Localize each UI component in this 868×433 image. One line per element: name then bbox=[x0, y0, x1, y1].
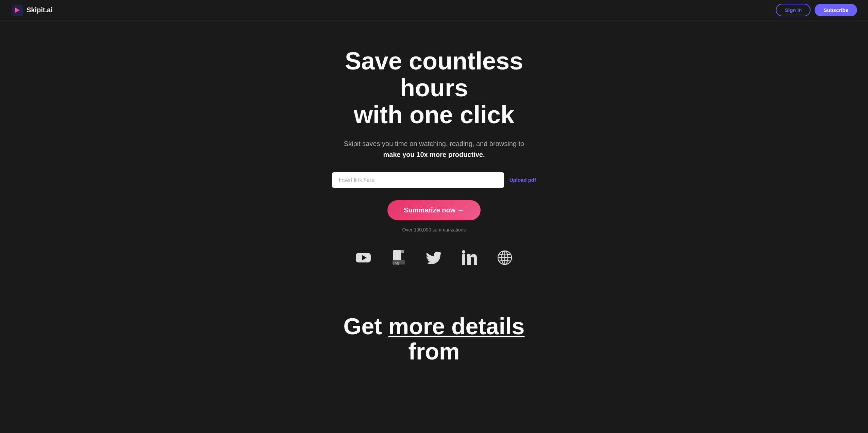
input-row: Upload pdf bbox=[332, 172, 536, 188]
upload-pdf-link[interactable]: Upload pdf bbox=[510, 177, 536, 183]
web-icon bbox=[497, 250, 513, 266]
subscribe-button[interactable]: Subscribe bbox=[815, 4, 857, 16]
hero-subtitle: Skipit saves you time on watching, readi… bbox=[344, 138, 524, 160]
twitter-icon bbox=[426, 250, 442, 266]
navbar: Skipit.ai Sign In Subscribe bbox=[0, 0, 868, 20]
platforms-row: PDF PDF bbox=[355, 250, 513, 266]
svg-rect-4 bbox=[393, 250, 401, 261]
navbar-actions: Sign In Subscribe bbox=[776, 4, 857, 16]
brand-name-text: Skipit.ai bbox=[27, 6, 53, 14]
bottom-title-underline: more details bbox=[388, 313, 525, 339]
sign-in-button[interactable]: Sign In bbox=[776, 4, 811, 16]
summarize-label: Summarize now → bbox=[404, 206, 464, 214]
bottom-section: Get more details from bbox=[0, 307, 868, 385]
hero-subtitle-normal: Skipit saves you time on watching, readi… bbox=[344, 140, 524, 147]
brand-logo bbox=[11, 4, 23, 16]
svg-text:PDF: PDF bbox=[394, 261, 400, 264]
youtube-icon bbox=[355, 250, 371, 266]
hero-title-line1: Save countless hours bbox=[345, 47, 523, 101]
svg-rect-6 bbox=[401, 250, 404, 253]
bottom-title-end: from bbox=[408, 338, 460, 364]
svg-rect-10 bbox=[462, 254, 465, 265]
summarize-button[interactable]: Summarize now → bbox=[387, 200, 481, 220]
hero-section: Save countless hours with one click Skip… bbox=[0, 20, 868, 307]
link-input[interactable] bbox=[332, 172, 504, 188]
bottom-title: Get more details from bbox=[315, 314, 553, 365]
hero-title: Save countless hours with one click bbox=[315, 48, 553, 129]
hero-title-line2: with one click bbox=[354, 101, 514, 128]
linkedin-icon bbox=[461, 250, 478, 266]
brand[interactable]: Skipit.ai bbox=[11, 4, 53, 16]
pdf-icon: PDF PDF bbox=[390, 250, 407, 266]
bottom-title-plain: Get bbox=[344, 313, 382, 339]
summarize-count: Over 100,000 summarizations bbox=[402, 227, 466, 232]
hero-subtitle-bold: make you 10x more productive. bbox=[383, 151, 485, 158]
svg-point-11 bbox=[462, 250, 465, 254]
